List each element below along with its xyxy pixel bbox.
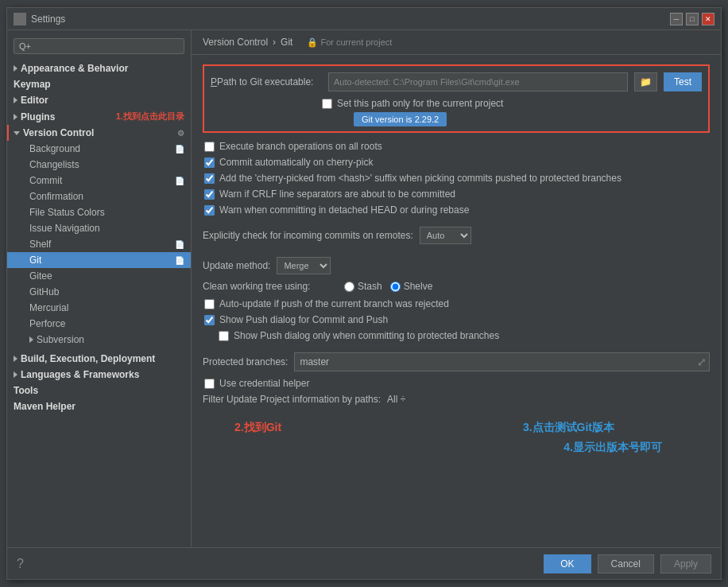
show-push-label: Show Push dialog for Commit and Push (219, 314, 388, 325)
expand-icon (14, 114, 17, 120)
sidebar-item-build[interactable]: Build, Execution, Deployment (7, 351, 191, 367)
apply-button[interactable]: Apply (660, 554, 711, 573)
page-icon: 📄 (175, 240, 184, 249)
credential-helper-checkbox[interactable] (204, 379, 215, 389)
footer: ? OK Cancel Apply (7, 547, 721, 579)
sidebar-item-background[interactable]: Background 📄 (7, 141, 191, 157)
breadcrumb-current: Git (281, 37, 292, 48)
help-button[interactable]: ? (17, 557, 24, 571)
sidebar-item-plugins[interactable]: Plugins 1.找到点击此目录 (7, 108, 191, 125)
protected-branches-label: Protected branches: (203, 356, 288, 367)
sidebar-item-gitee[interactable]: Gitee (7, 268, 191, 284)
sidebar-item-languages[interactable]: Languages & Frameworks (7, 367, 191, 383)
clean-options: Stash Shelve (344, 281, 432, 292)
clean-label: Clean working tree using: (203, 281, 338, 292)
shelve-radio-label[interactable]: Shelve (390, 281, 433, 292)
incoming-select[interactable]: Auto Always Never (420, 227, 471, 244)
warn-detached-row: Warn when committing in detached HEAD or… (203, 204, 710, 216)
warn-detached-label: Warn when committing in detached HEAD or… (219, 204, 469, 216)
warn-detached-checkbox[interactable] (204, 205, 215, 216)
sidebar-item-git[interactable]: Git 📄 (7, 252, 191, 268)
sidebar-item-mercurial[interactable]: Mercurial (7, 300, 191, 316)
panel-body: PPath to Git executable: 📁 Test Set this… (192, 55, 721, 547)
cherry-suffix-label: Add the 'cherry-picked from <hash>' suff… (219, 173, 622, 184)
filter-label: Filter Update Project information by pat… (203, 394, 381, 405)
sidebar-item-tools[interactable]: Tools (7, 383, 191, 398)
auto-update-row: Auto-update if push of the current branc… (203, 298, 710, 309)
incoming-row: Explicitly check for incoming commits on… (203, 227, 710, 244)
window-title: Settings (31, 14, 670, 25)
window-icon (14, 13, 26, 25)
show-push-only-label: Show Push dialog only when committing to… (234, 330, 499, 341)
window-controls: ─ □ ✕ (670, 13, 714, 25)
shelve-radio[interactable] (390, 282, 401, 292)
minimize-button[interactable]: ─ (670, 13, 683, 25)
expand-icon (14, 371, 17, 378)
exec-branch-checkbox[interactable] (204, 142, 215, 152)
cherry-suffix-checkbox[interactable] (204, 173, 215, 184)
protected-branches-container: ⤢ (294, 352, 710, 371)
expand-icon (14, 97, 17, 103)
sidebar-item-commit[interactable]: Commit 📄 (7, 173, 191, 189)
ok-button[interactable]: OK (544, 554, 591, 573)
commit-cherry-label: Commit automatically on cherry-pick (219, 157, 373, 168)
show-push-only-row: Show Push dialog only when committing to… (203, 330, 710, 341)
sidebar-item-changelists[interactable]: Changelists (7, 157, 191, 173)
expand-icon (14, 131, 20, 135)
sidebar-item-confirmation[interactable]: Confirmation (7, 189, 191, 204)
protected-branches-input[interactable] (294, 352, 710, 371)
warn-crlf-row: Warn if CRLF line separators are about t… (203, 189, 710, 200)
set-path-label: Set this path only for the current proje… (337, 98, 503, 109)
sidebar-item-subversion[interactable]: Subversion (7, 332, 191, 348)
annotation-plugins: 1.找到点击此目录 (116, 111, 184, 122)
stash-radio-label[interactable]: Stash (344, 281, 382, 292)
clean-row: Clean working tree using: Stash Shelve (203, 281, 710, 292)
sidebar-item-perforce[interactable]: Perforce (7, 316, 191, 332)
show-push-checkbox[interactable] (204, 315, 215, 325)
folder-button[interactable]: 📁 (634, 72, 657, 91)
search-input[interactable] (14, 38, 184, 54)
settings-icon: ⚙ (177, 129, 184, 138)
annotation-2: 2.找到Git (234, 421, 281, 435)
expand-icon (14, 65, 17, 72)
sidebar-item-github[interactable]: GitHub (7, 284, 191, 300)
right-panel: Version Control › Git 🔒 For current proj… (192, 30, 721, 547)
git-version-badge: Git version is 2.29.2 (354, 112, 447, 126)
sidebar-item-file-status-colors[interactable]: File Status Colors (7, 204, 191, 220)
page-icon: 📄 (175, 177, 184, 185)
set-path-row: Set this path only for the current proje… (211, 98, 702, 109)
exec-branch-row: Execute branch operations on all roots (203, 141, 710, 152)
main-content: Appearance & Behavior Keymap Editor Plug… (7, 30, 721, 547)
set-path-checkbox[interactable] (322, 99, 332, 109)
update-method-select[interactable]: Merge Rebase (277, 257, 331, 274)
annotation-3: 3.点击测试Git版本 (523, 421, 614, 435)
maximize-button[interactable]: □ (686, 13, 699, 25)
sidebar-item-editor[interactable]: Editor (7, 92, 191, 108)
title-bar: Settings ─ □ ✕ (7, 8, 721, 30)
sidebar: Appearance & Behavior Keymap Editor Plug… (7, 30, 192, 547)
sidebar-item-maven-helper[interactable]: Maven Helper (7, 398, 191, 414)
show-push-only-checkbox[interactable] (219, 331, 229, 341)
expand-icon (29, 336, 33, 343)
sidebar-item-issue-navigation[interactable]: Issue Navigation (7, 220, 191, 236)
annotation-4: 4.显示出版本号即可 (563, 441, 662, 455)
stash-radio[interactable] (344, 282, 354, 292)
sidebar-item-keymap[interactable]: Keymap (7, 76, 191, 92)
shelve-label: Shelve (404, 281, 433, 292)
commit-cherry-checkbox[interactable] (204, 157, 215, 168)
test-button[interactable]: Test (664, 72, 702, 91)
incoming-label: Explicitly check for incoming commits on… (203, 230, 413, 241)
auto-update-checkbox[interactable] (204, 299, 215, 309)
warn-crlf-checkbox[interactable] (204, 189, 215, 200)
sidebar-item-shelf[interactable]: Shelf 📄 (7, 236, 191, 252)
cancel-button[interactable]: Cancel (598, 554, 654, 573)
sidebar-item-version-control[interactable]: Version Control ⚙ (7, 125, 191, 141)
path-row: PPath to Git executable: 📁 Test (211, 72, 702, 91)
annotations-area: 2.找到Git 3.点击测试Git版本 4.显示出版本号即可 (203, 413, 710, 461)
cherry-suffix-row: Add the 'cherry-picked from <hash>' suff… (203, 173, 710, 184)
close-button[interactable]: ✕ (702, 13, 714, 25)
path-input[interactable] (328, 72, 628, 91)
auto-update-label: Auto-update if push of the current branc… (219, 298, 449, 309)
sidebar-item-appearance[interactable]: Appearance & Behavior (7, 60, 191, 76)
project-label: 🔒 For current project (307, 37, 392, 48)
